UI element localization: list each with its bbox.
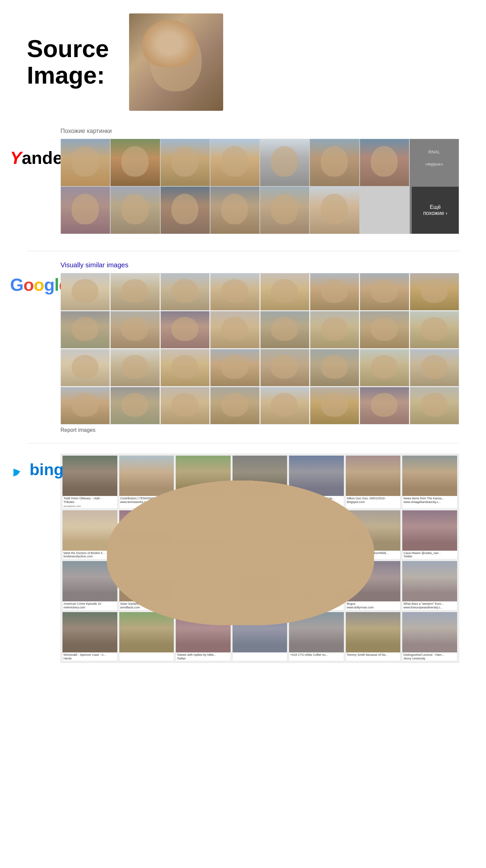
bing-card-22[interactable]: McDonald - Spencer Case - A...Herds bbox=[62, 612, 118, 661]
yandex-image-3[interactable] bbox=[161, 139, 210, 186]
bing-face-23 bbox=[119, 612, 174, 652]
google-img-1[interactable] bbox=[61, 273, 110, 310]
yandex-image-12[interactable] bbox=[210, 187, 259, 234]
bing-card-21[interactable]: What does a "western" Euro...www.foreuro… bbox=[402, 561, 457, 611]
bing-section: bing Todd Orton Obituary - Utah -Tribute… bbox=[0, 447, 486, 670]
bing-face-1 bbox=[62, 456, 117, 496]
google-img-11[interactable] bbox=[161, 311, 209, 348]
yandex-subtitle: Похожие картинки bbox=[60, 128, 459, 135]
google-img-28[interactable] bbox=[210, 387, 259, 424]
bing-card-23[interactable] bbox=[119, 612, 174, 661]
google-img-31[interactable] bbox=[360, 387, 409, 424]
google-img-32[interactable] bbox=[410, 387, 459, 424]
google-img-10[interactable] bbox=[111, 311, 159, 348]
yandex-image-10[interactable] bbox=[111, 187, 160, 234]
yandex-y: Y bbox=[10, 148, 22, 168]
google-img-23[interactable] bbox=[360, 349, 409, 386]
google-img-29[interactable] bbox=[260, 387, 309, 424]
bing-face-2 bbox=[119, 456, 174, 496]
google-img-6[interactable] bbox=[310, 273, 359, 310]
google-o1: o bbox=[23, 275, 34, 294]
google-img-17[interactable] bbox=[61, 349, 110, 386]
google-img-2[interactable] bbox=[111, 273, 159, 310]
yandex-image-9[interactable] bbox=[61, 187, 110, 234]
bing-face-21 bbox=[402, 561, 457, 601]
source-section: Source Image: bbox=[0, 0, 486, 121]
bing-card-1[interactable]: Todd Orton Obituary - Utah -Tributes arm… bbox=[62, 455, 118, 509]
yandex-image-14[interactable] bbox=[310, 187, 359, 234]
yandex-image-6[interactable] bbox=[310, 139, 359, 186]
google-section: Google Visually similar images bbox=[0, 254, 486, 440]
bing-card-7[interactable]: News Items from The Kansa...www.vintagek… bbox=[402, 455, 457, 509]
report-images-label[interactable]: Report images bbox=[60, 427, 459, 433]
bing-label-26: +019 CTS orbits Collier ex... bbox=[289, 652, 344, 657]
bing-label-20: Boguswww.dollyrman.com bbox=[346, 601, 401, 610]
visually-similar-label[interactable]: Visually similar images bbox=[60, 261, 459, 269]
bing-label-6: Mikos Goo Goo, 09/01/2010 -blogspot.com bbox=[346, 496, 401, 505]
google-img-30[interactable] bbox=[310, 387, 359, 424]
google-img-20[interactable] bbox=[210, 349, 259, 386]
bing-face-27 bbox=[346, 612, 401, 652]
yandex-image-1[interactable] bbox=[61, 139, 110, 186]
yandex-more-label: Ещёпохожие › bbox=[423, 204, 447, 216]
bing-logo: bing bbox=[10, 460, 63, 479]
google-G: G bbox=[10, 275, 23, 294]
bing-label-27: Tommy Smith because of his... bbox=[346, 652, 401, 657]
bing-face-28 bbox=[402, 612, 457, 652]
google-img-14[interactable] bbox=[310, 311, 359, 348]
bing-label-21: What does a "western" Euro...www.foreuro… bbox=[402, 601, 457, 610]
google-img-22[interactable] bbox=[310, 349, 359, 386]
yandex-image-5[interactable] bbox=[260, 139, 309, 186]
google-img-5[interactable] bbox=[260, 273, 309, 310]
google-img-26[interactable] bbox=[111, 387, 159, 424]
google-l: l bbox=[54, 275, 59, 294]
google-img-3[interactable] bbox=[161, 273, 209, 310]
google-logo: Google bbox=[10, 275, 68, 295]
yandex-image-11[interactable] bbox=[161, 187, 210, 234]
google-img-12[interactable] bbox=[210, 311, 259, 348]
source-photo bbox=[129, 13, 223, 111]
bing-label-28: Distinguished Lecture - Ham...Stony Univ… bbox=[402, 652, 457, 661]
bing-label-25 bbox=[233, 652, 287, 654]
google-g: g bbox=[44, 275, 54, 294]
yandex-image-grid: RNAL«мурых» Ещёпохожие › bbox=[60, 139, 459, 234]
divider-1 bbox=[27, 251, 459, 251]
google-img-8[interactable] bbox=[410, 273, 459, 310]
google-img-15[interactable] bbox=[360, 311, 409, 348]
bing-face-22 bbox=[62, 612, 117, 652]
bing-label-1: Todd Orton Obituary - Utah -Tributes bbox=[62, 496, 117, 505]
google-img-21[interactable] bbox=[260, 349, 309, 386]
bing-face-14 bbox=[402, 510, 457, 551]
bing-face-6 bbox=[346, 456, 401, 496]
google-img-7[interactable] bbox=[360, 273, 409, 310]
bing-text: bing bbox=[30, 460, 63, 479]
google-o2: o bbox=[34, 275, 44, 294]
divider-2 bbox=[27, 443, 459, 443]
google-img-16[interactable] bbox=[410, 311, 459, 348]
bing-card-14[interactable]: Caua Реwon @ookie_nan -Twitter bbox=[402, 510, 457, 560]
google-img-24[interactable] bbox=[410, 349, 459, 386]
bing-label-22: McDonald - Spencer Case - A...Herds bbox=[62, 652, 117, 661]
google-img-27[interactable] bbox=[161, 387, 209, 424]
bing-icon bbox=[10, 461, 27, 478]
google-img-9[interactable] bbox=[61, 311, 110, 348]
yandex-more-button[interactable]: Ещёпохожие › bbox=[412, 187, 459, 234]
source-title: Source Image: bbox=[27, 36, 109, 89]
bing-card-27[interactable]: Tommy Smith because of his... bbox=[345, 612, 401, 661]
bing-label-24: Tweets with replies by Mike...Twitter bbox=[176, 652, 231, 661]
yandex-image-4[interactable] bbox=[210, 139, 259, 186]
bing-card-6[interactable]: Mikos Goo Goo, 09/01/2010 -blogspot.com bbox=[345, 455, 401, 509]
bing-label-14: Caua Реwon @ookie_nan -Twitter bbox=[402, 551, 457, 559]
google-img-4[interactable] bbox=[210, 273, 259, 310]
google-img-19[interactable] bbox=[161, 349, 209, 386]
yandex-image-13[interactable] bbox=[260, 187, 309, 234]
google-img-13[interactable] bbox=[260, 311, 309, 348]
yandex-image-7[interactable] bbox=[360, 139, 409, 186]
google-img-18[interactable] bbox=[111, 349, 159, 386]
bing-label-23 bbox=[119, 652, 174, 654]
bing-sublabel-1: armyfacts.com bbox=[62, 505, 117, 508]
google-img-25[interactable] bbox=[61, 387, 110, 424]
bing-card-28[interactable]: Distinguished Lecture - Ham...Stony Univ… bbox=[402, 612, 457, 661]
yandex-section: Похожие картинки Yandex RNAL«мурых» Ещёп… bbox=[0, 121, 486, 247]
yandex-image-2[interactable] bbox=[111, 139, 160, 186]
